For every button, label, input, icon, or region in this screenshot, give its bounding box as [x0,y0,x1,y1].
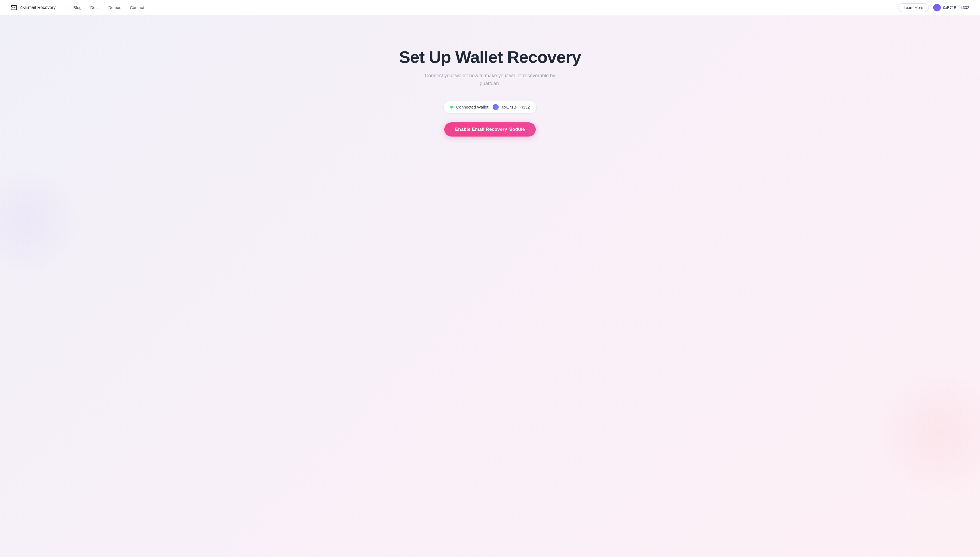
page-subtitle: Connect your wallet now to make your wal… [422,72,558,88]
nav-divider [62,0,62,15]
email-icon [11,5,17,10]
wallet-badge[interactable]: 0xE71B····4332 [933,4,969,11]
wallet-avatar-icon [933,4,941,11]
nav-link-blog[interactable]: Blog [73,5,82,10]
nav-link-docs[interactable]: Docs [90,5,100,10]
nav-links: Blog Docs Demos Contact [73,5,144,10]
learn-more-button[interactable]: Learn More [898,3,929,12]
nav-wallet-address: 0xE71B····4332 [943,5,969,10]
main-content: Set Up Wallet Recovery Connect your wall… [0,15,980,169]
nav-link-demos[interactable]: Demos [108,5,121,10]
wallet-icon [493,104,499,110]
nav-right: Learn More 0xE71B····4332 [898,3,969,12]
page-title: Set Up Wallet Recovery [399,48,581,66]
nav-link-contact[interactable]: Contact [130,5,144,10]
nav-brand[interactable]: ZKEmail Recovery [11,5,56,10]
svg-rect-0 [11,5,16,10]
connected-label: Connected Wallet: [456,105,490,109]
navbar: ZKEmail Recovery Blog Docs Demos Contact… [0,0,980,15]
enable-recovery-button[interactable]: Enable Email Recovery Module [444,122,536,137]
bg-blob-right [871,365,980,501]
connected-status-dot [450,106,453,109]
wallet-address-display: 0xE71B····4332 [502,105,530,109]
nav-logo-text: ZKEmail Recovery [20,5,56,10]
connected-wallet-card: Connected Wallet: 0xE71B····4332 [443,101,537,114]
bg-blob-left [0,167,82,276]
